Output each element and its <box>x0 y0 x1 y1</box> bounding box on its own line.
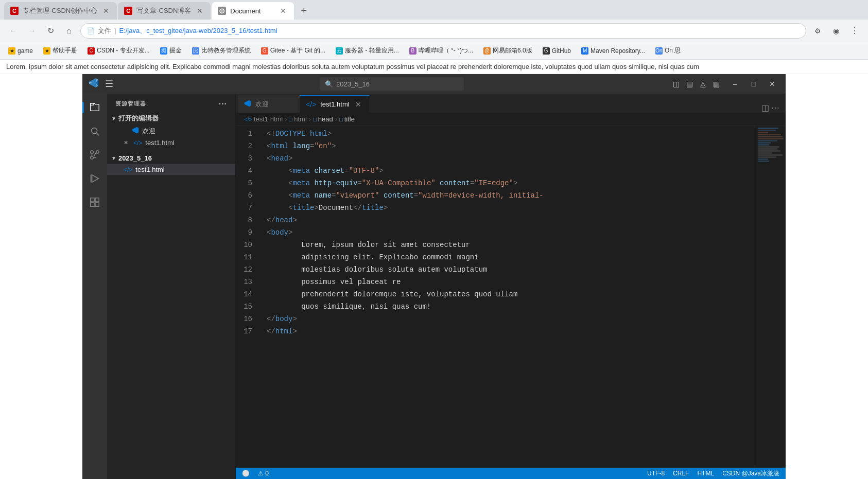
close-button[interactable]: ✕ <box>765 77 779 91</box>
layout-primary-sidebar-icon[interactable]: ◫ <box>670 78 682 90</box>
breadcrumb-html: □ html <box>289 115 307 123</box>
sidebar-test1-open-label: test1.html <box>145 139 174 147</box>
home-button[interactable]: ⌂ <box>62 24 76 38</box>
sidebar-section-open-editors[interactable]: ▼ 打开的编辑器 <box>107 112 235 125</box>
browser-tab-2[interactable]: C 写文章-CSDN博客 ✕ <box>118 2 211 20</box>
menu-button[interactable]: ⋮ <box>847 24 862 38</box>
profile-button[interactable]: ◉ <box>829 24 843 38</box>
titlebar-search-box[interactable]: 🔍 2023_5_16 <box>320 77 464 91</box>
bookmark-maven[interactable]: M Maven Repository... <box>577 45 649 57</box>
svg-point-2 <box>91 156 94 159</box>
bookmark-help[interactable]: ★ 帮助手册 <box>39 44 81 57</box>
layout-customize-icon[interactable]: ▦ <box>710 78 722 90</box>
test1-tab-label: test1.html <box>320 100 349 108</box>
titlebar-search-text: 2023_5_16 <box>336 80 370 88</box>
browser-tab-3[interactable]: ⊙ Document ✕ <box>212 2 294 20</box>
bookmark-help-icon: ★ <box>43 47 50 55</box>
maximize-button[interactable]: □ <box>747 77 761 91</box>
breadcrumb-sep-2: › <box>309 115 311 123</box>
extensions-button[interactable]: ⚙ <box>810 24 825 38</box>
more-actions-icon[interactable]: ⋯ <box>771 103 779 113</box>
sidebar-section-2023-5-16[interactable]: ▼ 2023_5_16 <box>107 152 235 164</box>
bookmark-game[interactable]: ★ game <box>4 45 37 57</box>
test1-tab-close-icon[interactable]: ✕ <box>354 100 363 109</box>
layout-panel-icon[interactable]: ▤ <box>684 78 695 90</box>
bookmark-csdn[interactable]: C CSDN - 专业开发... <box>83 44 154 57</box>
bookmark-juejin[interactable]: 掘 掘金 <box>156 44 186 57</box>
code-content[interactable]: <!DOCTYPE html> <html lang="en"> <head> <box>263 126 755 468</box>
activity-search-icon[interactable] <box>85 121 105 141</box>
code-line-2: <html lang="en"> <box>263 140 755 152</box>
bookmark-bilibili[interactable]: B 哔哩哔哩（ °- °)つ... <box>405 44 477 57</box>
editor-tab-bar: 欢迎 </> test1.html ✕ ◫ ⋯ <box>236 94 786 113</box>
activity-extensions-icon[interactable] <box>85 192 105 212</box>
editor-tab-test1[interactable]: </> test1.html ✕ <box>300 95 369 113</box>
split-editor-icon[interactable]: ◫ <box>761 103 769 113</box>
tab1-label: 专栏管理-CSDN创作中心 <box>23 6 97 15</box>
bookmark-github[interactable]: G GitHub <box>539 45 575 57</box>
svg-rect-9 <box>91 203 94 206</box>
breadcrumb-title: □ title <box>339 115 355 123</box>
code-line-16: </body> <box>263 313 755 325</box>
bookmark-server-label: 服务器 - 轻量应用... <box>345 46 399 55</box>
address-bar: ← → ↻ ⌂ 📄 文件 | E:/java、c_test_gitee/java… <box>0 20 868 42</box>
refresh-button[interactable]: ↻ <box>43 24 58 38</box>
url-path: E:/java、c_test_gitee/java-web/2023_5_16/… <box>119 26 277 36</box>
line-num-1: 1 <box>236 128 258 140</box>
browser-tab-1[interactable]: C 专栏管理-CSDN创作中心 ✕ <box>4 2 117 20</box>
bookmark-game-label: game <box>18 47 33 55</box>
bookmark-help-label: 帮助手册 <box>53 46 77 55</box>
code-line-10: Lorem, ipsum dolor sit amet consectetur <box>263 239 755 251</box>
breadcrumb-file-icon: </> <box>244 116 252 122</box>
close-editor-icon[interactable]: ✕ <box>124 139 128 146</box>
tab2-label: 写文章-CSDN博客 <box>136 6 191 15</box>
bookmark-163mail[interactable]: @ 网易邮箱6.0版 <box>479 44 536 57</box>
line-num-7: 7 <box>236 202 258 214</box>
bookmark-gitee[interactable]: G Gitee - 基于 Git 的... <box>257 44 329 57</box>
tab3-favicon: ⊙ <box>218 7 226 15</box>
activity-source-control-icon[interactable] <box>85 145 105 165</box>
forward-button[interactable]: → <box>25 24 39 38</box>
sidebar-header-actions[interactable]: ⋯ <box>218 99 227 109</box>
new-tab-button[interactable]: + <box>295 2 313 20</box>
status-encoding: UTF-8 <box>647 470 665 477</box>
line-num-15: 15 <box>236 300 258 313</box>
activity-run-icon[interactable] <box>85 169 105 188</box>
code-editor[interactable]: 1 2 3 4 5 6 7 8 9 10 11 12 13 14 <box>236 126 786 468</box>
breadcrumb-html-label: html <box>294 115 307 123</box>
breadcrumb-html-icon: □ <box>289 116 293 122</box>
bookmark-gitee-label: Gitee - 基于 Git 的... <box>270 46 325 55</box>
sidebar-item-test1-main[interactable]: </> test1.html <box>107 164 235 175</box>
breadcrumb-sep-3: › <box>335 115 337 123</box>
bookmark-server[interactable]: 云 服务器 - 轻量应用... <box>332 44 403 57</box>
vscode-logo-icon <box>89 78 99 91</box>
line-num-11: 11 <box>236 251 258 263</box>
lorem-content: Lorem, ipsum dolor sit amet consectetur … <box>6 63 699 70</box>
editor-tab-welcome[interactable]: 欢迎 <box>238 95 300 113</box>
layout-secondary-sidebar-icon[interactable]: ◬ <box>697 78 708 90</box>
url-input[interactable]: 📄 文件 | E:/java、c_test_gitee/java-web/202… <box>80 23 806 39</box>
line-num-14: 14 <box>236 288 258 300</box>
test1-tab-icon: </> <box>306 100 316 109</box>
tab2-close[interactable]: ✕ <box>195 6 204 15</box>
sidebar-item-welcome[interactable]: 欢迎 <box>107 125 235 137</box>
sidebar: 资源管理器 ⋯ ▼ 打开的编辑器 欢迎 ✕ </> test1 <box>107 94 236 479</box>
bookmark-on-icon: On <box>655 47 663 55</box>
tab3-close[interactable]: ✕ <box>279 6 288 15</box>
bookmark-github-icon: G <box>543 47 550 55</box>
bookmark-on[interactable]: On On 思 <box>651 44 685 57</box>
back-button[interactable]: ← <box>6 24 21 38</box>
bookmark-bitedu[interactable]: 比 比特教务管理系统 <box>188 44 255 57</box>
bookmark-csdn-label: CSDN - 专业开发... <box>97 46 150 55</box>
bookmark-163mail-label: 网易邮箱6.0版 <box>493 46 532 55</box>
line-num-16: 16 <box>236 313 258 325</box>
hamburger-menu-icon[interactable]: ☰ <box>105 78 113 90</box>
sidebar-item-test1-open[interactable]: ✕ </> test1.html <box>107 137 235 148</box>
activity-files-icon[interactable] <box>85 98 105 117</box>
code-line-12: molestias doloribus soluta autem volupta… <box>263 263 755 276</box>
code-line-17: </html> <box>263 325 755 338</box>
code-line-4: <meta charset="UTF-8"> <box>263 165 755 177</box>
welcome-tab-icon <box>244 100 251 109</box>
minimize-button[interactable]: – <box>728 77 742 91</box>
tab1-close[interactable]: ✕ <box>101 6 111 15</box>
